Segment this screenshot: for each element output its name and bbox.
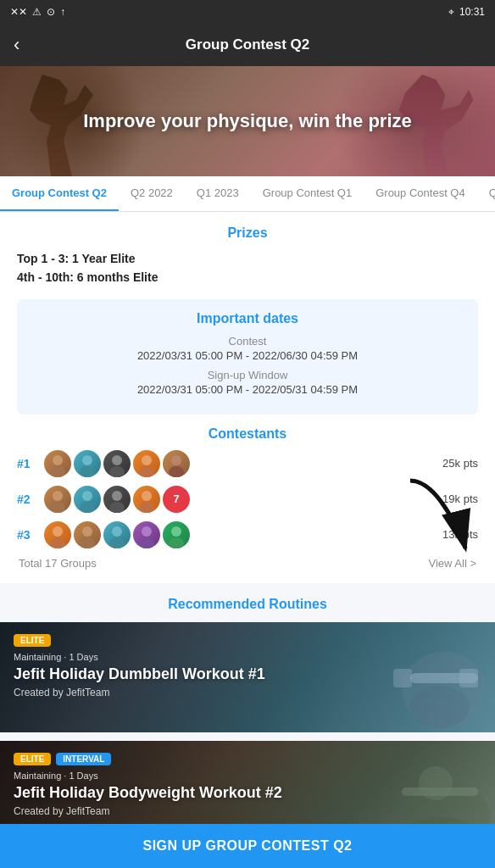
tab-q4-20[interactable]: Q4 20 (477, 176, 495, 211)
rank-2-label: #2 (17, 492, 44, 506)
workout-2-badges: ELITE INTERVAL (14, 753, 481, 765)
rank-2-pts: 19k pts (431, 492, 478, 505)
important-dates-section: Important dates Contest 2022/03/31 05:00… (17, 299, 478, 415)
avatar (74, 450, 101, 477)
hero-tagline: Improve your physique, win the prize (15, 110, 480, 132)
workout-1-name: Jefit Holiday Dumbbell Workout #1 (14, 665, 481, 684)
svg-point-19 (50, 537, 65, 548)
svg-point-22 (112, 526, 122, 537)
rank-1-label: #1 (17, 457, 44, 470)
svg-point-9 (169, 466, 184, 477)
avatar (133, 521, 160, 548)
time-display: 10:31 (459, 6, 485, 18)
tab-q1-2023[interactable]: Q1 2023 (185, 176, 251, 211)
contest-label: Contest (31, 335, 464, 348)
svg-point-14 (112, 491, 122, 501)
back-button[interactable]: ‹ (14, 34, 19, 56)
avatar (103, 486, 131, 513)
avatar (133, 450, 160, 477)
svg-point-27 (169, 537, 184, 548)
tab-group-contest-q1[interactable]: Group Contest Q1 (251, 176, 364, 211)
svg-point-3 (80, 466, 95, 477)
avatar (163, 450, 190, 477)
svg-point-1 (50, 466, 65, 477)
contestant-row-2: #2 7 19k pts (17, 486, 478, 513)
tab-group-contest-q2[interactable]: Group Contest Q2 (0, 176, 119, 211)
contestants-section: Contestants #1 25k (17, 426, 478, 570)
status-left-icons: ✕✕ ⚠ ⊙ ↑ (10, 6, 65, 18)
avatar-numbered: 7 (163, 486, 190, 513)
svg-point-23 (109, 537, 125, 548)
main-content: Prizes Top 1 - 3: 1 Year Elite 4th - 10t… (0, 212, 495, 583)
avatar (74, 486, 101, 513)
avatar (103, 450, 131, 477)
contestants-title: Contestants (17, 426, 478, 442)
svg-point-16 (142, 491, 152, 501)
rank-3-label: #3 (17, 528, 44, 542)
recommended-routines-title: Recommended Routines (0, 597, 495, 612)
svg-point-0 (53, 455, 63, 465)
total-groups: Total 17 Groups (19, 557, 97, 570)
svg-point-21 (80, 537, 95, 548)
svg-point-5 (109, 466, 125, 477)
tab-group-contest-q4[interactable]: Group Contest Q4 (364, 176, 477, 211)
svg-point-18 (53, 526, 63, 537)
rank-3-pts: 13k pts (431, 528, 478, 541)
signup-button[interactable]: SIGN UP GROUP CONTEST Q2 (0, 824, 495, 868)
rank-1-avatars (44, 450, 425, 477)
rank-2-avatars: 7 (44, 486, 425, 513)
location-icon: ⌖ (448, 6, 454, 18)
avatar (44, 521, 71, 548)
hero-banner: Improve your physique, win the prize (0, 66, 495, 176)
contest-value: 2022/03/31 05:00 PM - 2022/06/30 04:59 P… (31, 349, 464, 362)
contestant-row-3: #3 13k pts (17, 521, 478, 548)
svg-point-12 (82, 491, 92, 501)
avatar (103, 521, 131, 548)
alert-icon: ⚠ (32, 6, 42, 18)
workout-1-badges: ELITE (14, 634, 481, 647)
prize-line2: 4th - 10th: 6 months Elite (17, 268, 478, 287)
avatar (74, 521, 101, 548)
workout-1-content: ELITE Maintaining · 1 Days Jefit Holiday… (0, 622, 495, 732)
tab-bar: Group Contest Q2 Q2 2022 Q1 2023 Group C… (0, 176, 495, 212)
avatar (133, 486, 160, 513)
svg-point-17 (139, 502, 154, 513)
signal-icon: ↑ (60, 6, 65, 18)
tab-q2-2022[interactable]: Q2 2022 (119, 176, 185, 211)
svg-point-20 (82, 526, 92, 537)
contestants-footer: Total 17 Groups View All > (17, 557, 478, 570)
important-dates-title: Important dates (31, 311, 464, 326)
workout-2-name: Jefit Holiday Bodyweight Workout #2 (14, 784, 481, 803)
workout-2-creator: Created by JefitTeam (14, 805, 481, 817)
workout-1-meta: Maintaining · 1 Days (14, 652, 481, 662)
prizes-section: Prizes Top 1 - 3: 1 Year Elite 4th - 10t… (17, 225, 478, 287)
camera-icon: ⊙ (47, 6, 55, 18)
workout-card-1[interactable]: ELITE Maintaining · 1 Days Jefit Holiday… (0, 622, 495, 732)
view-all-button[interactable]: View All > (429, 557, 477, 570)
prize-line1: Top 1 - 3: 1 Year Elite (17, 249, 478, 268)
signup-window-value: 2022/03/31 05:00 PM - 2022/05/31 04:59 P… (31, 383, 464, 396)
workout-2-meta: Maintaining · 1 Days (14, 771, 481, 781)
svg-point-11 (50, 502, 65, 513)
avatar (44, 486, 71, 513)
notification-icon: ✕✕ (10, 6, 27, 18)
svg-point-4 (112, 455, 122, 465)
workout-1-creator: Created by JefitTeam (14, 687, 481, 698)
svg-point-25 (139, 537, 154, 548)
svg-point-10 (53, 491, 63, 501)
app-header: ‹ Group Contest Q2 (0, 24, 495, 66)
avatar (163, 521, 190, 548)
interval-badge-2: INTERVAL (56, 753, 111, 765)
svg-point-7 (139, 466, 154, 477)
svg-point-2 (82, 455, 92, 465)
rank-1-pts: 25k pts (431, 457, 478, 470)
svg-point-24 (142, 526, 152, 537)
svg-point-8 (171, 455, 181, 465)
header-title: Group Contest Q2 (186, 36, 309, 53)
prizes-title: Prizes (17, 225, 478, 241)
elite-badge-2: ELITE (14, 753, 51, 765)
svg-point-13 (80, 502, 95, 513)
status-bar: ✕✕ ⚠ ⊙ ↑ ⌖ 10:31 (0, 0, 495, 24)
svg-point-6 (142, 455, 152, 465)
elite-badge: ELITE (14, 634, 51, 647)
